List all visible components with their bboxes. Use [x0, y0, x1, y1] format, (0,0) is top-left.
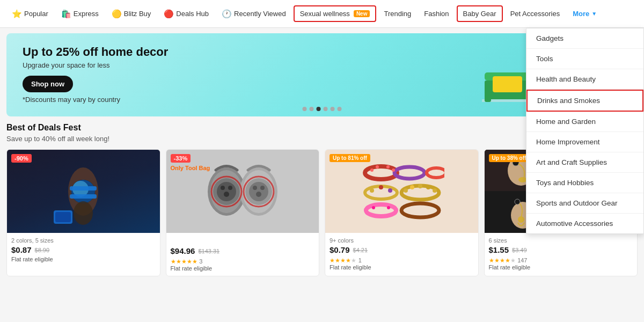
price-current-3: $0.79 — [330, 245, 350, 254]
price-original-1: $8.90 — [35, 247, 50, 253]
product-image-bracelets: Up to 81% off — [325, 150, 478, 233]
svg-point-47 — [370, 169, 374, 172]
svg-point-60 — [401, 203, 439, 217]
dot-5[interactable] — [331, 107, 335, 111]
banner-title: Up to 25% off home decor — [23, 45, 168, 59]
svg-point-23 — [74, 201, 93, 225]
dropdown-health-beauty[interactable]: Health and Beauty — [526, 69, 643, 90]
dot-6[interactable] — [338, 107, 342, 111]
nav-baby-gear[interactable]: Baby Gear — [457, 5, 503, 22]
product-image-tool-bag: -33% Only Tool Bag — [166, 150, 319, 233]
nav-popular[interactable]: ⭐ Popular — [6, 6, 54, 22]
svg-point-34 — [224, 192, 229, 197]
nav-blitz-buy[interactable]: 🟡 Blitz Buy — [106, 6, 157, 22]
product-info-bracelets: 9+ colors $0.79 $4.21 ★★★★★ 1 Flat rate … — [325, 233, 478, 275]
dropdown-art-craft[interactable]: Art and Craft Supplies — [526, 152, 643, 173]
dropdown-toys-hobbies[interactable]: Toys and Hobbies — [526, 173, 643, 193]
flat-rate-1: Flat rate eligible — [11, 256, 156, 262]
new-badge: New — [354, 10, 370, 17]
svg-point-58 — [387, 206, 390, 209]
dropdown-home-garden[interactable]: Home and Garden — [526, 112, 643, 132]
svg-point-62 — [410, 185, 414, 189]
express-icon: 🛍️ — [61, 9, 71, 19]
price-row-3: $0.79 $4.21 — [330, 245, 474, 254]
discount-badge-2: -33% — [171, 154, 191, 163]
dot-3[interactable] — [317, 107, 321, 111]
price-original-2: $143.31 — [198, 248, 219, 254]
dropdown-automotive[interactable]: Automotive Accessories — [526, 214, 643, 233]
product-card-knee-brace[interactable]: -90% — [6, 149, 160, 276]
more-dropdown: Gadgets Tools Health and Beauty Drinks a… — [526, 28, 644, 234]
product-card-tool-bag[interactable]: -33% Only Tool Bag — [166, 149, 320, 276]
flat-rate-2: Flat rate eligible — [171, 265, 315, 272]
product-variants-2 — [171, 237, 315, 245]
star-icon: ⭐ — [12, 9, 22, 19]
flat-rate-4: Flat rate eligible — [489, 264, 633, 270]
svg-rect-27 — [55, 212, 71, 222]
stars-row-2: ★★★★★ 3 — [171, 257, 315, 265]
svg-point-74 — [518, 216, 524, 223]
price-current-2: $94.96 — [171, 246, 195, 255]
banner-disclaimer: *Discounts may vary by country — [23, 96, 168, 104]
dropdown-tools[interactable]: Tools — [526, 49, 643, 69]
shop-now-button[interactable]: Shop now — [23, 76, 73, 92]
svg-point-44 — [365, 166, 397, 179]
nav-pet-accessories[interactable]: Pet Accessories — [505, 6, 566, 21]
banner-subtitle: Upgrade your space for less — [23, 61, 168, 69]
svg-point-65 — [433, 188, 437, 193]
svg-point-57 — [379, 203, 383, 207]
svg-point-63 — [418, 184, 422, 188]
stars-row-4: ★★★★★ 147 — [489, 256, 633, 264]
dot-1[interactable] — [303, 107, 307, 111]
knee-svg — [51, 157, 115, 226]
svg-point-40 — [260, 186, 265, 190]
dot-4[interactable] — [324, 107, 328, 111]
product-variants-4: 6 sizes — [489, 237, 633, 244]
svg-point-39 — [253, 186, 257, 190]
nav-deals-hub[interactable]: 🔴 Deals Hub — [158, 6, 214, 22]
product-info-knee-brace: 2 colors, 5 sizes $0.87 $8.90 Flat rate … — [7, 233, 160, 267]
dropdown-drinks-smokes[interactable]: Drinks and Smokes — [526, 90, 643, 112]
dropdown-sports-outdoor[interactable]: Sports and Outdoor Gear — [526, 193, 643, 214]
nav-sexual-wellness[interactable]: Sexual wellness New — [294, 5, 377, 22]
nav-recently-viewed[interactable]: 🕐 Recently Viewed — [216, 6, 291, 22]
nav-trending[interactable]: Trending — [378, 6, 416, 21]
vacuum-svg — [200, 157, 286, 226]
nav-fashion[interactable]: Fashion — [419, 6, 454, 21]
discount-badge-3: Up to 81% off — [330, 154, 370, 162]
flat-rate-3: Flat rate eligible — [330, 264, 474, 270]
banner-dots — [303, 107, 342, 111]
price-original-4: $3.49 — [512, 247, 527, 253]
bracelets-svg — [358, 154, 444, 229]
price-row-4: $1.55 $3.49 — [489, 245, 633, 254]
svg-point-46 — [427, 168, 444, 178]
nav-express[interactable]: 🛍️ Express — [56, 6, 104, 22]
price-row-1: $0.87 $8.90 — [11, 245, 156, 254]
svg-point-54 — [388, 188, 392, 193]
svg-point-33 — [228, 186, 232, 190]
svg-rect-3 — [485, 80, 491, 102]
product-variants-1: 2 colors, 5 sizes — [11, 237, 156, 244]
price-row-2: $94.96 $143.31 — [171, 246, 315, 255]
nav-more[interactable]: More ▼ — [567, 6, 602, 21]
price-current-1: $0.87 — [11, 245, 32, 254]
dropdown-home-improvement[interactable]: Home Improvement — [526, 132, 643, 152]
dot-2[interactable] — [310, 107, 314, 111]
chevron-down-icon: ▼ — [591, 11, 597, 17]
top-navigation: ⭐ Popular 🛍️ Express 🟡 Blitz Buy 🔴 Deals… — [0, 0, 644, 28]
discount-badge-4: Up to 38% off — [489, 154, 530, 162]
price-current-4: $1.55 — [489, 245, 509, 254]
product-image-knee-brace: -90% — [7, 150, 160, 233]
svg-point-32 — [221, 186, 225, 190]
svg-point-61 — [404, 188, 408, 193]
svg-point-64 — [426, 185, 430, 189]
dropdown-gadgets[interactable]: Gadgets — [526, 28, 643, 49]
product-card-bracelets[interactable]: Up to 81% off — [325, 149, 479, 276]
clock-icon: 🕐 — [222, 9, 232, 19]
svg-rect-25 — [70, 194, 97, 199]
product-variants-3: 9+ colors — [330, 237, 474, 244]
svg-rect-24 — [70, 186, 97, 191]
svg-point-50 — [392, 169, 395, 172]
blitz-icon: 🟡 — [112, 9, 122, 19]
svg-point-48 — [376, 165, 379, 169]
